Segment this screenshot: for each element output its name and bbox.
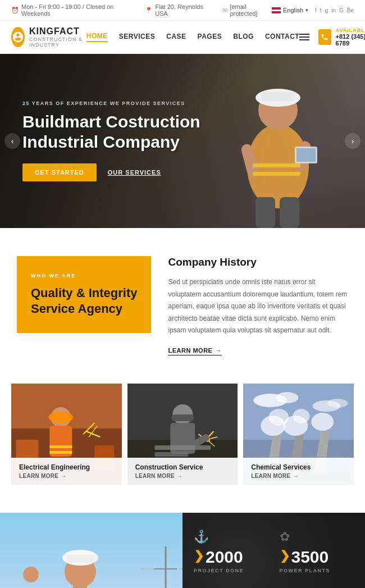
svg-point-49 <box>312 413 334 431</box>
service-card-label-construction: Construction Service LEARN MORE → <box>127 458 238 485</box>
flower-icon: ✿ <box>280 530 290 544</box>
service-learn-chemical[interactable]: LEARN MORE → <box>251 473 346 479</box>
stat-label-projects: PROJECT DONE <box>194 568 244 573</box>
stat-item-projects: ⚓ ❯ 2000 PROJECT DONE <box>194 530 268 588</box>
phone-icon <box>318 29 331 45</box>
nav-item-pages[interactable]: PAGES <box>198 33 222 42</box>
arrow-right-icon: → <box>215 347 222 354</box>
chevron-icon-2: ❯ <box>280 550 290 562</box>
svg-rect-24 <box>49 445 72 448</box>
instagram-icon[interactable]: in <box>331 7 336 13</box>
hero-title: Buildmart Costruction Industrial Company <box>22 112 200 152</box>
arrow-icon: → <box>61 473 66 479</box>
top-bar-email: ✉ [email protected] <box>222 3 272 17</box>
stat-item-plants: ✿ ❯ 3500 POWER PLANTS <box>280 530 354 588</box>
language-selector[interactable]: English ▾ <box>272 7 308 13</box>
top-bar-right: English ▾ f t g in G Be <box>272 7 354 13</box>
stats-photo <box>0 513 182 588</box>
stat-label-plants: POWER PLANTS <box>280 568 331 573</box>
svg-point-44 <box>328 399 348 408</box>
email-icon: ✉ <box>222 7 227 14</box>
about-tagline: Quality & Integrity Service Agency <box>31 285 137 316</box>
svg-rect-37 <box>154 452 188 457</box>
hero-badge: 25 YEARS OF EXPERIENCE WE PROVIDE SERVIC… <box>22 101 200 106</box>
phone-svg <box>321 33 328 41</box>
nav-item-home[interactable]: HOME <box>86 32 108 42</box>
nav-item-services[interactable]: SERVICES <box>119 33 155 42</box>
svg-rect-36 <box>154 445 211 450</box>
service-card-electrical[interactable]: Electrical Engineering LEARN MORE → <box>11 384 122 485</box>
svg-rect-3 <box>261 92 295 101</box>
about-left-box: WHO WE ARE Quality & Integrity Service A… <box>17 256 151 333</box>
google-icon[interactable]: G <box>339 7 344 13</box>
svg-rect-9 <box>253 172 300 176</box>
service-card-label-chemical: Chemical Services LEARN MORE → <box>243 458 354 485</box>
stats-dark: ⚓ ❯ 2000 PROJECT DONE ✿ ❯ 3500 POWER PLA… <box>182 513 365 588</box>
svg-rect-69 <box>66 555 94 563</box>
svg-point-17 <box>48 412 73 423</box>
get-started-button[interactable]: GET STARTED <box>22 163 97 181</box>
logo-svg <box>12 31 24 43</box>
hero-content: 25 YEARS OF EXPERIENCE WE PROVIDE SERVIC… <box>0 101 223 181</box>
location-icon: 📍 <box>145 7 153 14</box>
arrow-icon-3: → <box>293 473 299 479</box>
clock-icon: ⏰ <box>11 7 19 14</box>
svg-rect-8 <box>253 163 300 167</box>
hamburger-menu[interactable] <box>299 34 309 40</box>
about-who-label: WHO WE ARE <box>31 273 137 279</box>
top-bar: ⏰ Mon - Fri 9:00 - 19:00 / Closed on Wee… <box>0 0 365 21</box>
about-text: Sed ut perspiciatis unde omnis iste natu… <box>168 276 348 337</box>
about-history-title: Company History <box>168 256 348 268</box>
svg-rect-25 <box>49 451 72 454</box>
services-section: Electrical Engineering LEARN MORE → <box>0 384 365 513</box>
svg-point-48 <box>293 409 310 423</box>
phone-info: AVAILABLE +812 (345) 6789 <box>336 28 365 47</box>
about-learn-more[interactable]: LEARN MORE → <box>168 347 221 355</box>
nav-item-contact[interactable]: CONTACT <box>265 33 299 42</box>
stat-number-projects: ❯ 2000 <box>194 549 243 566</box>
facebook-icon[interactable]: f <box>315 7 317 13</box>
stat-number-plants: ❯ 3500 <box>280 549 329 566</box>
hero-buttons: GET STARTED OUR SERVICES <box>22 163 200 181</box>
hero-arrow-left[interactable]: ‹ <box>4 133 20 149</box>
svg-rect-12 <box>256 197 275 228</box>
header: KINGFACT Construction & Industry HOME SE… <box>0 21 365 54</box>
top-bar-address: 📍 Flat 20, Reynolds USA <box>145 3 212 17</box>
our-services-button[interactable]: OUR SERVICES <box>108 169 161 176</box>
logo-text: KINGFACT Construction & Industry <box>29 26 86 48</box>
svg-point-71 <box>23 567 39 582</box>
stats-worker-svg <box>0 513 157 588</box>
service-card-label-electrical: Electrical Engineering LEARN MORE → <box>11 458 122 485</box>
about-right: Company History Sed ut perspiciatis unde… <box>168 256 348 355</box>
svg-rect-29 <box>171 414 194 421</box>
logo-icon <box>11 27 25 47</box>
top-bar-hours: ⏰ Mon - Fri 9:00 - 19:00 / Closed on Wee… <box>11 3 135 17</box>
main-nav: HOME SERVICES CASE PAGES BLOG CONTACT <box>86 32 299 42</box>
service-learn-construction[interactable]: LEARN MORE → <box>135 473 230 479</box>
phone-box: AVAILABLE +812 (345) 6789 <box>318 28 365 47</box>
nav-item-case[interactable]: CASE <box>166 33 186 42</box>
social-icons-bar: f t g in G Be <box>315 7 354 13</box>
chevron-icon-1: ❯ <box>194 550 204 562</box>
twitter-icon[interactable]: t <box>320 7 322 13</box>
nav-item-blog[interactable]: BLOG <box>233 33 254 42</box>
svg-rect-13 <box>280 197 299 228</box>
hero-section: 25 YEARS OF EXPERIENCE WE PROVIDE SERVIC… <box>0 54 365 228</box>
stats-section: ⚓ ❯ 2000 PROJECT DONE ✿ ❯ 3500 POWER PLA… <box>0 513 365 588</box>
logo: KINGFACT Construction & Industry <box>11 26 86 48</box>
svg-rect-11 <box>296 148 316 162</box>
flag-icon <box>272 7 281 13</box>
arrow-icon-2: → <box>177 473 182 479</box>
top-bar-left: ⏰ Mon - Fri 9:00 - 19:00 / Closed on Wee… <box>11 3 272 17</box>
chevron-down-icon: ▾ <box>305 7 308 13</box>
header-right: AVAILABLE +812 (345) 6789 <box>299 28 365 47</box>
service-card-chemical[interactable]: Chemical Services LEARN MORE → <box>243 384 354 485</box>
behance-icon[interactable]: Be <box>347 7 354 13</box>
hero-arrow-right[interactable]: › <box>345 133 361 149</box>
anchor-icon: ⚓ <box>194 530 209 544</box>
about-section: WHO WE ARE Quality & Integrity Service A… <box>0 228 365 384</box>
service-learn-electrical[interactable]: LEARN MORE → <box>19 473 114 479</box>
googleplus-icon[interactable]: g <box>325 7 328 13</box>
svg-point-42 <box>276 392 299 403</box>
service-card-construction[interactable]: Construction Service LEARN MORE → <box>127 384 238 485</box>
